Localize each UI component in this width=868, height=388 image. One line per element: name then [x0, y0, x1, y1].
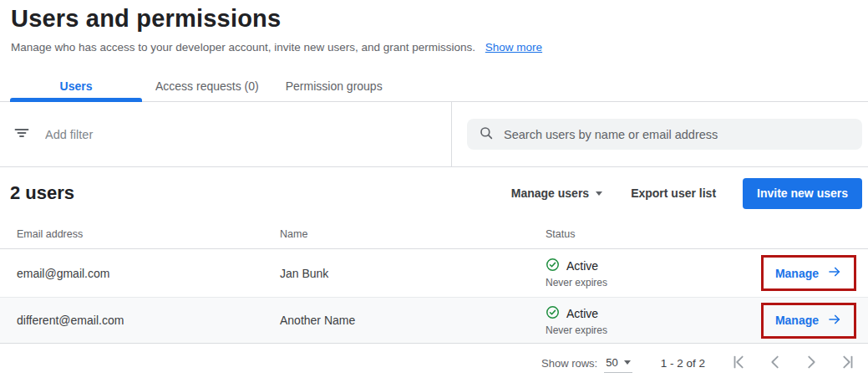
next-page-button[interactable]: [800, 351, 822, 375]
invite-new-users-button[interactable]: Invite new users: [743, 178, 862, 209]
chevron-left-icon: [766, 353, 784, 374]
manage-button[interactable]: Manage: [772, 263, 845, 283]
status-label: Active: [566, 307, 598, 320]
manage-users-label: Manage users: [511, 186, 589, 200]
export-user-list-button[interactable]: Export user list: [622, 180, 724, 207]
cell-name: Another Name: [280, 314, 546, 327]
tab-users[interactable]: Users: [10, 71, 142, 101]
users-table: Email address Name Status email@gmail.co…: [0, 219, 868, 344]
tab-access-requests-label: Access requests (0): [155, 79, 259, 93]
status-badge: Active: [546, 258, 761, 274]
first-page-button[interactable]: [728, 351, 750, 375]
status-label: Active: [566, 259, 598, 273]
manage-label: Manage: [775, 314, 819, 327]
users-permissions-page: Users and permissions Manage who has acc…: [0, 0, 868, 388]
search-box[interactable]: [467, 119, 862, 150]
users-toolbar: 2 users Manage users Export user list In…: [0, 167, 868, 219]
search-input[interactable]: [504, 128, 852, 141]
manage-users-dropdown[interactable]: Manage users: [503, 180, 611, 207]
page-subtitle: Manage who has access to your developer …: [11, 41, 856, 54]
pager-controls: [728, 351, 858, 375]
export-user-list-label: Export user list: [631, 186, 716, 200]
col-email-address: Email address: [17, 228, 280, 240]
table-row: email@gmail.com Jan Bunk Active Never ex…: [0, 249, 868, 298]
users-count: 2 users: [10, 182, 74, 204]
subtitle-text: Manage who has access to your developer …: [11, 41, 475, 54]
manage-button[interactable]: Manage: [772, 310, 845, 331]
check-circle-icon: [546, 258, 560, 274]
pagination: Show rows: 50 1 - 2 of 2: [0, 344, 868, 382]
col-status: Status: [546, 228, 856, 240]
caret-down-icon: [624, 360, 631, 365]
cell-status: Active Never expires: [546, 305, 761, 336]
status-expiry: Never expires: [546, 277, 761, 288]
last-page-button[interactable]: [836, 351, 858, 375]
manage-annotation-box: Manage: [761, 303, 856, 339]
arrow-right-icon: [827, 264, 842, 282]
table-row: different@email.com Another Name Active …: [0, 298, 868, 344]
manage-cell: Manage: [761, 255, 856, 291]
manage-cell: Manage: [761, 303, 856, 339]
tab-permission-groups[interactable]: Permission groups: [272, 71, 396, 101]
cell-status: Active Never expires: [546, 258, 761, 288]
rows-per-page-value: 50: [606, 356, 617, 369]
cell-email: different@email.com: [17, 314, 280, 327]
arrow-right-icon: [827, 312, 842, 329]
filter-search-row: [0, 102, 868, 167]
first-page-icon: [730, 353, 749, 374]
cell-name: Jan Bunk: [280, 267, 546, 280]
add-filter-input[interactable]: [45, 128, 363, 141]
page-header: Users and permissions Manage who has acc…: [0, 0, 868, 54]
search-area: [451, 102, 868, 166]
show-more-link[interactable]: Show more: [485, 41, 542, 54]
table-header: Email address Name Status: [0, 219, 868, 249]
search-icon: [479, 125, 494, 144]
col-name: Name: [280, 228, 546, 240]
previous-page-button[interactable]: [764, 351, 786, 375]
caret-down-icon: [596, 191, 602, 196]
page-title: Users and permissions: [11, 5, 856, 33]
last-page-icon: [838, 353, 856, 374]
manage-annotation-box: Manage: [761, 255, 856, 291]
chevron-right-icon: [802, 353, 820, 374]
status-badge: Active: [546, 305, 761, 322]
rows-per-page-select[interactable]: 50: [604, 354, 632, 373]
filter-list-icon: [13, 125, 30, 145]
page-range-label: 1 - 2 of 2: [661, 357, 705, 370]
cell-email: email@gmail.com: [17, 267, 280, 280]
filter-bar[interactable]: [0, 102, 451, 166]
show-rows-label: Show rows:: [541, 357, 597, 370]
tab-bar: Users Access requests (0) Permission gro…: [0, 71, 868, 102]
check-circle-icon: [546, 305, 560, 322]
tab-permission-groups-label: Permission groups: [286, 79, 383, 93]
tab-access-requests[interactable]: Access requests (0): [142, 71, 272, 101]
manage-label: Manage: [775, 267, 819, 280]
status-expiry: Never expires: [546, 324, 761, 336]
tab-users-label: Users: [60, 79, 93, 93]
